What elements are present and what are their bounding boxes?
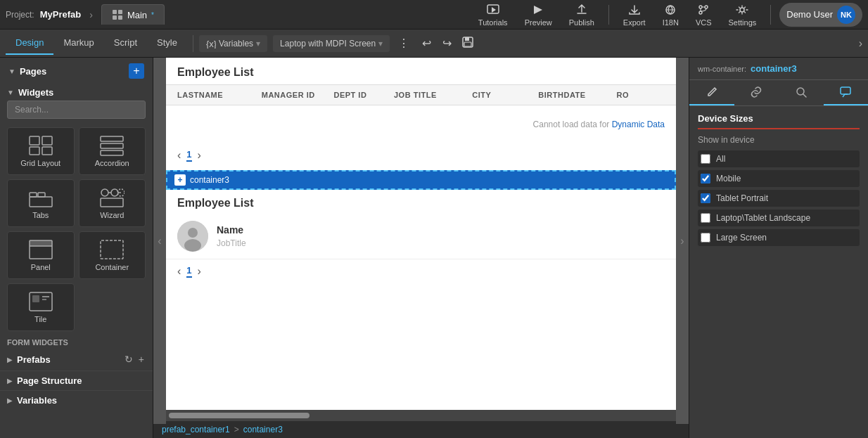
checkbox-mobile[interactable] — [701, 174, 710, 183]
variables-dropdown[interactable]: {x} Variables ▾ — [199, 35, 267, 52]
device-selector[interactable]: Laptop with MDPI Screen ▾ — [273, 35, 390, 52]
panel-label: Panel — [31, 263, 51, 271]
user-name: Demo User — [786, 9, 833, 20]
add-page-button[interactable]: + — [129, 63, 144, 79]
tab-design[interactable]: Design — [6, 32, 53, 55]
next-page-button[interactable]: › — [198, 149, 201, 162]
wizard-label: Wizard — [100, 211, 124, 219]
svg-point-26 — [101, 189, 108, 196]
label-laptop-landscape: Laptop\Tablet Landscape — [716, 213, 857, 223]
add-prefab-icon[interactable]: + — [137, 352, 146, 366]
undo-redo-group: ↩ ↪ — [418, 34, 456, 53]
panel-toggle-button[interactable]: › — [853, 37, 868, 50]
more-options-button[interactable]: ⋮ — [392, 33, 415, 53]
preview-icon — [531, 3, 545, 17]
rp-tab-styles[interactable] — [734, 80, 779, 105]
widget-tile[interactable]: Tile — [7, 283, 75, 331]
checkbox-large-screen[interactable] — [701, 233, 710, 243]
divider — [193, 35, 193, 52]
container3-add-icon[interactable]: + — [174, 174, 186, 186]
search-input[interactable] — [7, 101, 146, 119]
card-prev-page-button[interactable]: ‹ — [177, 265, 181, 278]
tab-markup[interactable]: Markup — [53, 32, 103, 55]
top-bar-forward-icon[interactable]: › — [87, 9, 96, 20]
right-resize-icon: › — [680, 235, 684, 247]
page-structure-row[interactable]: ▶ Page Structure — [0, 371, 153, 390]
widget-accordion[interactable]: Accordion — [79, 127, 146, 175]
label-all: All — [716, 154, 857, 164]
undo-button[interactable]: ↩ — [418, 34, 435, 53]
widget-wizard[interactable]: Wizard — [79, 179, 146, 227]
variables-row[interactable]: ▶ Variables — [0, 390, 153, 410]
publish-button[interactable]: Publish — [563, 0, 600, 30]
tabs-label: Tabs — [32, 211, 49, 219]
checkbox-tablet-portrait[interactable] — [701, 193, 710, 203]
pages-title: Pages — [20, 66, 46, 77]
scrollbar-thumb[interactable] — [169, 413, 309, 418]
breadcrumb-parent[interactable]: prefab_container1 — [162, 425, 230, 434]
container-label: Container — [95, 263, 129, 271]
svg-rect-21 — [101, 143, 123, 148]
container3-selected-bar[interactable]: + container3 — [166, 170, 676, 190]
prev-page-button[interactable]: ‹ — [177, 149, 181, 162]
cannot-load-msg: Cannot load data for Dynamic Data — [166, 105, 676, 143]
chat-icon — [839, 86, 852, 98]
prefabs-section-row[interactable]: ▶ Prefabs ↻ + — [0, 348, 153, 371]
tab-name: Main — [127, 10, 147, 20]
current-page: 1 — [186, 149, 191, 162]
checkbox-all[interactable] — [701, 154, 710, 164]
widget-container[interactable]: Container — [79, 231, 146, 279]
main-tab[interactable]: Main * — [101, 4, 165, 25]
vcs-button[interactable]: VCS — [690, 0, 717, 30]
col-lastname: LASTNAME — [177, 91, 262, 99]
project-name: MyPrefab — [40, 9, 82, 20]
variables-expand-icon: ▶ — [7, 397, 13, 404]
rp-tab-device[interactable] — [824, 80, 869, 105]
label-large-screen: Large Screen — [716, 233, 857, 243]
device-option-mobile: Mobile — [698, 170, 860, 187]
refresh-prefabs-icon[interactable]: ↻ — [123, 352, 134, 366]
widgets-expand-icon[interactable]: ▼ — [7, 89, 14, 96]
tab-script[interactable]: Script — [104, 32, 147, 55]
emp-table-title: Employee List — [166, 58, 676, 84]
card-next-page-button[interactable]: › — [198, 265, 201, 278]
svg-rect-15 — [464, 42, 471, 46]
tutorials-button[interactable]: Tutorials — [473, 0, 513, 30]
save-icon — [461, 36, 474, 49]
dynamic-data-link[interactable]: Dynamic Data — [612, 120, 665, 129]
export-button[interactable]: Export — [618, 0, 651, 30]
save-button[interactable] — [456, 33, 480, 54]
device-option-tablet-portrait: Tablet Portrait — [698, 190, 860, 207]
canvas-left-handle[interactable]: ‹ — [153, 58, 166, 424]
canvas-scroll[interactable]: 3 6 6 6 Employee List LASTNAME MANAGER I… — [166, 58, 676, 410]
i18n-button[interactable]: I18N — [657, 0, 684, 30]
svg-rect-33 — [30, 240, 52, 246]
widget-tabs[interactable]: Tabs — [7, 179, 75, 227]
right-panel-tabs — [689, 80, 868, 106]
tab-style[interactable]: Style — [147, 32, 187, 55]
device-label: Laptop with MDPI Screen — [280, 39, 376, 49]
pages-expand-icon[interactable]: ▼ — [8, 67, 15, 75]
grid-layout-label: Grid Layout — [20, 159, 60, 167]
rp-tab-properties[interactable] — [689, 80, 734, 105]
prefabs-title: Prefabs — [17, 354, 51, 365]
canvas-scrollbar-h[interactable] — [166, 410, 676, 421]
widget-panel[interactable]: Panel — [7, 231, 75, 279]
preview-button[interactable]: Preview — [519, 0, 558, 30]
widget-grid-layout[interactable]: Grid Layout — [7, 127, 75, 175]
redo-button[interactable]: ↪ — [438, 34, 456, 53]
wm-container-name: container3 — [751, 63, 797, 74]
svg-rect-23 — [30, 193, 37, 197]
top-bar: Project: MyPrefab › Main * Tutorials Pre… — [0, 0, 868, 30]
settings-button[interactable]: Settings — [723, 0, 762, 30]
right-panel: wm-container: container3 — [689, 58, 868, 438]
rp-tab-events[interactable] — [779, 80, 824, 105]
col-managerid: MANAGER ID — [262, 91, 334, 99]
svg-rect-1 — [118, 10, 122, 14]
svg-rect-24 — [38, 193, 45, 197]
canvas-right-handle[interactable]: › — [676, 58, 689, 424]
svg-rect-31 — [101, 198, 123, 207]
checkbox-laptop-landscape[interactable] — [701, 213, 710, 223]
user-badge[interactable]: Demo User NK — [779, 3, 862, 27]
card-pagination: ‹ 1 › — [166, 259, 676, 286]
